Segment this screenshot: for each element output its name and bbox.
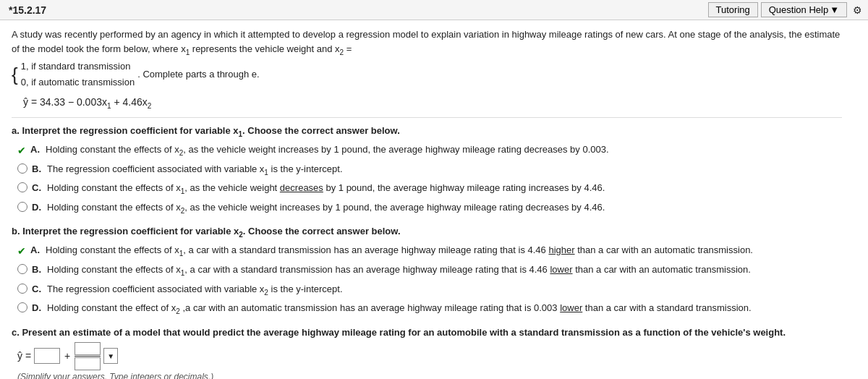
option-a4-letter: D.	[32, 200, 41, 215]
question-help-label: Question Help	[769, 4, 828, 15]
problem-number: *15.2.17	[6, 4, 46, 16]
option-b4-letter: D.	[32, 301, 41, 315]
radio-a4[interactable]	[17, 202, 27, 212]
part-a-label: a. Interpret the regression coefficient …	[12, 125, 842, 138]
main-content: A study was recently performed by an age…	[0, 20, 854, 379]
option-a2-letter: B.	[32, 162, 41, 176]
radio-a2[interactable]	[17, 163, 27, 174]
question-help-button[interactable]: Question Help ▼	[761, 2, 847, 17]
denominator-input[interactable]	[75, 357, 101, 370]
answer-input-1[interactable]	[34, 348, 60, 364]
gear-icon[interactable]: ⚙	[853, 4, 862, 16]
answer-prefix: ŷ =	[17, 350, 31, 362]
numerator-input[interactable]	[75, 342, 101, 355]
check-icon-a1: ✔	[17, 143, 26, 158]
divider-1	[12, 117, 842, 118]
chevron-down-icon: ▼	[830, 4, 839, 15]
regression-equation: ŷ = 34.33 − 0.003x1 + 4.46x2	[23, 96, 842, 110]
part-c-label: c. Present an estimate of a model that w…	[12, 327, 842, 338]
answer-row-c: ŷ = + ▼	[17, 342, 842, 370]
option-a1-row: ✔ A. Holding constant the effects of x2,…	[17, 142, 842, 158]
option-a4-row: D. Holding constant the effects of x2, a…	[17, 200, 842, 216]
fraction-input[interactable]	[75, 342, 101, 370]
option-b3-letter: C.	[32, 282, 41, 297]
simplify-note: (Simplify your answers. Type integers or…	[17, 372, 842, 379]
option-b4-row: D. Holding constant the effect of x2 ,a …	[17, 301, 842, 317]
tutoring-button[interactable]: Tutoring	[708, 2, 758, 17]
fraction-line	[75, 356, 101, 357]
option-b2-letter: B.	[32, 263, 41, 277]
option-a3-letter: C.	[32, 181, 41, 195]
check-icon-b1: ✔	[17, 244, 26, 259]
radio-b3[interactable]	[17, 284, 27, 294]
option-b3-row: C. The regression coefficient associated…	[17, 282, 842, 298]
brace-icon: {	[12, 65, 18, 84]
problem-intro: A study was recently performed by an age…	[12, 27, 842, 90]
top-bar-right: Tutoring Question Help ▼ ⚙	[708, 2, 862, 17]
option-b1-row: ✔ A. Holding constant the effects of x1,…	[17, 243, 842, 259]
option-a2-row: B. The regression coefficient associated…	[17, 162, 842, 178]
radio-b4[interactable]	[17, 302, 27, 312]
option-a3-row: C. Holding constant the effects of x1, a…	[17, 181, 842, 197]
piecewise-cases: 1, if standard transmission 0, if automa…	[21, 59, 135, 90]
option-b2-row: B. Holding constant the effects of x1, a…	[17, 263, 842, 278]
piecewise-definition: { 1, if standard transmission 0, if auto…	[12, 59, 842, 90]
radio-a3[interactable]	[17, 182, 27, 192]
radio-b2[interactable]	[17, 264, 27, 274]
option-b1-letter: A.	[30, 243, 40, 257]
option-a1-letter: A.	[30, 142, 40, 157]
part-b-label: b. Interpret the regression coefficient …	[12, 226, 842, 239]
top-bar: *15.2.17 Tutoring Question Help ▼ ⚙	[0, 0, 868, 20]
dropdown-arrow-icon[interactable]: ▼	[103, 348, 118, 364]
